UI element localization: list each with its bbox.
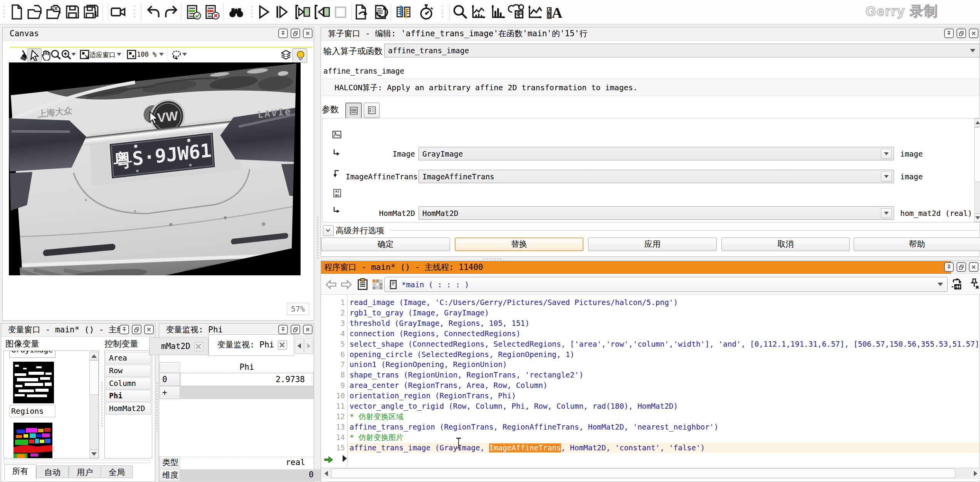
close-button[interactable] [303, 325, 313, 334]
image-variable-list[interactable]: GrayImage Regions [3, 351, 99, 458]
redo-icon[interactable] [163, 3, 180, 20]
zoom-graph-icon[interactable] [527, 3, 544, 20]
code-editor[interactable]: 1read_image (Image, 'C:/Users/Gerry/Pict… [321, 295, 980, 467]
fit-window-icon[interactable] [79, 49, 91, 61]
compare-docs-icon[interactable] [395, 3, 412, 20]
operator-titlebar[interactable]: 算子窗口 - 编辑: 'affine_trans_image'在函数'main'… [321, 27, 980, 40]
code-line-14[interactable]: 14* 仿射变换图片 [321, 432, 980, 443]
close-button[interactable] [969, 29, 978, 38]
lightbulb-icon[interactable] [295, 50, 306, 61]
toolbar-grip[interactable] [441, 5, 444, 19]
param-image-combo[interactable]: GrayImage [419, 147, 894, 160]
activate-lines-icon[interactable] [185, 3, 202, 20]
layers-icon[interactable] [280, 49, 292, 61]
param-table-view-button[interactable] [364, 103, 380, 118]
pin-button[interactable] [119, 325, 129, 334]
code-hscrollbar[interactable] [321, 468, 980, 479]
step-out-icon[interactable] [313, 3, 330, 20]
font-icon[interactable] [545, 3, 562, 20]
code-line-15[interactable]: 15affine_trans_image (GrayImage, ImageAf… [321, 443, 980, 453]
tile-windows-icon[interactable] [370, 277, 384, 291]
cancel-button[interactable]: 取消 [721, 238, 850, 251]
canvas-image[interactable]: VW 上海大众 LAVIe 粤S·9JW61 [9, 62, 301, 275]
param-scroll-thumb[interactable] [974, 127, 980, 182]
new-file-icon[interactable] [8, 3, 25, 20]
save-all-icon[interactable] [82, 3, 99, 20]
replace-button[interactable]: 替换 [455, 238, 583, 251]
stop-icon[interactable] [332, 3, 349, 20]
close-button[interactable] [144, 325, 154, 334]
image-var-connected-thumb[interactable] [13, 423, 52, 458]
cursor-tool-icon[interactable] [29, 49, 40, 61]
watch-row-0-index[interactable]: 0 [160, 373, 180, 386]
param-hommat2d-combo[interactable]: HomMat2D [419, 206, 894, 220]
param-hommat2d-dropdown[interactable] [881, 208, 892, 218]
roi-tool-icon[interactable] [171, 49, 182, 61]
gray-profile-icon[interactable] [470, 3, 487, 20]
navigate-back-icon[interactable] [324, 278, 338, 292]
var-tab-global[interactable]: 全局 [101, 465, 133, 478]
image-list-scroll-down[interactable] [89, 450, 99, 458]
var-tab-all[interactable]: 所有 [4, 464, 36, 480]
image-var-regions-thumb[interactable] [13, 362, 54, 403]
pin-button[interactable] [944, 29, 954, 38]
ok-button[interactable]: 确定 [321, 238, 450, 251]
feature-inspect-icon[interactable] [508, 3, 525, 20]
param-imageaffinetrans-combo[interactable]: ImageAffineTrans [419, 170, 894, 183]
insert-program-icon[interactable] [950, 277, 964, 291]
watch-tab-scroll-right[interactable] [304, 338, 313, 354]
code-line-12[interactable]: 12* 仿射变换区域 [321, 411, 980, 422]
window-splitter-handle[interactable] [483, 258, 503, 260]
procedure-dropdown[interactable] [935, 280, 945, 289]
zoom-tool-icon[interactable] [50, 49, 61, 61]
var-tab-user[interactable]: 用户 [69, 465, 101, 478]
help-button[interactable]: 帮助 [854, 238, 980, 251]
zoom-window-icon[interactable] [451, 3, 468, 20]
close-button[interactable] [303, 29, 313, 38]
pin-button[interactable] [278, 325, 288, 334]
window-splitter-handle[interactable] [316, 216, 319, 258]
procedure-combo[interactable]: *main ( : : : ) [384, 277, 948, 292]
variable-list-hscrollbar[interactable] [3, 460, 150, 463]
pane-splitter-handle[interactable] [101, 381, 103, 428]
reload-page-icon[interactable] [371, 3, 388, 20]
histogram-icon[interactable] [489, 3, 506, 20]
advanced-collapse-button[interactable] [323, 225, 334, 236]
undo-icon[interactable] [145, 3, 162, 20]
control-var-hommat2d[interactable]: HomMat2D [106, 403, 151, 415]
zoom-percent-icon[interactable] [126, 49, 138, 61]
pin-button[interactable] [278, 29, 288, 38]
open-file-icon[interactable] [27, 3, 44, 20]
step-over-icon[interactable] [274, 3, 291, 20]
image-var-grayimage-label[interactable]: GrayImage [9, 351, 55, 358]
watch-tab-scroll-left[interactable] [295, 338, 304, 354]
clipboard-icon[interactable] [356, 277, 370, 291]
toolbar-grip[interactable] [250, 5, 254, 19]
control-var-phi[interactable]: Phi [106, 390, 151, 402]
hscroll-thumb[interactable] [331, 469, 955, 478]
control-var-column[interactable]: Column [106, 378, 151, 389]
roi-dropdown-arrow[interactable] [182, 53, 187, 56]
export-page-icon[interactable] [353, 3, 370, 20]
zoom-dropdown-arrow[interactable] [71, 53, 76, 56]
var-tab-auto[interactable]: 自动 [36, 465, 69, 478]
operator-input-dropdown[interactable] [968, 46, 978, 55]
float-button[interactable] [956, 29, 966, 38]
step-into-icon[interactable] [294, 3, 311, 20]
reset-icon[interactable] [16, 49, 27, 61]
tab-close-icon[interactable] [278, 340, 287, 350]
hscroll-left[interactable] [321, 469, 331, 479]
window-splitter-handle[interactable] [156, 382, 158, 432]
tab-close-icon[interactable] [194, 342, 203, 351]
float-button[interactable] [132, 325, 141, 334]
code-line-11[interactable]: 11vector_angle_to_rigid (Row, Column, Ph… [321, 401, 980, 411]
zoom-percent-value[interactable]: 100 % [137, 51, 156, 58]
canvas-titlebar[interactable]: Canvas [3, 27, 314, 40]
save-icon[interactable] [64, 3, 81, 20]
watch-tab-hommat2d[interactable]: mMat2D [149, 337, 208, 355]
param-image-dropdown[interactable] [881, 149, 892, 159]
deactivate-lines-icon[interactable] [203, 3, 220, 20]
hscroll-right[interactable] [971, 469, 980, 479]
code-line-3[interactable]: 3threshold (GrayImage, Regions, 105, 151… [321, 318, 980, 329]
highlighted-token[interactable]: ImageAffineTrans [489, 443, 561, 452]
